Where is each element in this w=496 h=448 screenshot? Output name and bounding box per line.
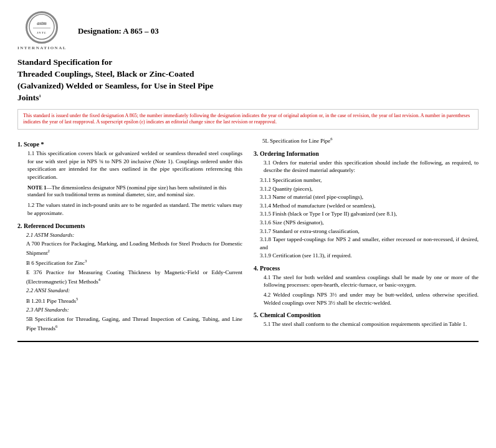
list-item: 3.1.7 Standard or extra-strong classific… [260,227,479,236]
two-column-layout: 1. Scope * 1.1 This specification covers… [17,136,479,333]
ref-B6: B 6 Specification for Zinc3 [26,258,242,267]
ref-B6-sup: 3 [85,259,87,263]
ref-A700-sup: 2 [48,249,50,253]
ref-2-3-label-text: 2.3 API Standards: [26,307,69,313]
ref-E376-text: E 376 Practice for Measuring Coating Thi… [26,269,242,285]
logo-label: INTERNATIONAL [17,45,67,50]
ref-B1201-text: B 1.20.1 Pipe Threads [26,298,76,304]
ordering-items-list: 3.1.1 Specification number,3.1.2 Quantit… [254,176,479,260]
ref-5L-text: 5L Specification for Line Pipe [262,138,330,144]
scope-1-2: 1.2 The values stated in inch-pound unit… [27,201,242,217]
page: astm INTL INTERNATIONAL Designation: A 8… [0,0,496,448]
process-heading: 4. Process [254,265,479,272]
chem-heading: 5. Chemical Composition [254,312,479,318]
list-item: 3.1.1 Specification number, [260,176,479,184]
ordering-heading: 3. Ordering Information [254,150,479,157]
list-item: 3.1.2 Quantity (pieces), [260,185,479,193]
ref-2-3-label: 2.3 API Standards: [17,306,242,314]
astm-logo: astm INTL [26,11,58,44]
process-4-1: 4.1 The steel for both welded and seamle… [264,274,479,289]
svg-text:astm: astm [37,21,47,26]
chem-5-1: 5.1 The steel shall conform to the chemi… [264,320,479,328]
list-item: 3.1.9 Certification (see 11.3), if requi… [260,252,479,260]
title-section: Standard Specification for Threaded Coup… [17,57,479,104]
right-column: 5L Specification for Line Pipe6 3. Order… [254,136,479,333]
ref-E376-sup: 4 [98,277,100,282]
ref-5B: 5B Specification for Threading, Gaging, … [26,315,242,332]
list-item: 3.1.6 Size (NPS designator), [260,219,479,227]
list-item: 3.1.4 Method of manufacture (welded or s… [260,202,479,210]
ref-5B-sup: 6 [55,324,57,328]
scope-1-1: 1.1 This specification covers black or g… [27,150,242,181]
ref-docs-heading: 2. Referenced Documents [17,222,242,229]
svg-point-0 [29,14,54,39]
ordering-3-1-text: 3.1 Orders for material under this speci… [264,160,479,174]
list-item: 3.1.5 Finish (black or Type I or Type II… [260,210,479,218]
process-4-2: 4.2 Welded couplings NPS 3½ and under ma… [264,291,479,307]
chem-5-1-text: 5.1 The steel shall conform to the chemi… [264,321,467,327]
list-item: 3.1.8 Taper tapped-couplings for NPS 2 a… [260,236,479,251]
svg-text:INTL: INTL [37,31,47,34]
ref-2-2-label-text: 2.2 ANSI Standard: [26,287,70,293]
note1-text: —The dimensionless designator NPS (nomin… [27,184,226,198]
list-item: 3.1.3 Name of material (steel pipe-coupl… [260,193,479,201]
ref-B1201-sup: 5 [76,297,78,301]
designation-label: Designation: [78,26,122,36]
scope-1-1-text: 1.1 This specification covers black or g… [27,150,242,180]
process-4-1-text: 4.1 The steel for both welded and seamle… [264,274,479,288]
ordering-3-1: 3.1 Orders for material under this speci… [264,159,479,174]
ref-A700-text: A 700 Practices for Packaging, Marking, … [26,241,242,256]
logo-area: astm INTL INTERNATIONAL [17,11,67,50]
bottom-line [17,341,479,342]
ref-2-2-label: 2.2 ANSI Standard: [17,287,242,295]
main-title: Standard Specification for Threaded Coup… [17,57,479,104]
ref-5L: 5L Specification for Line Pipe6 [262,136,479,145]
scope-heading: 1. Scope * [17,141,242,148]
ref-B6-text: B 6 Specification for Zinc [26,260,85,266]
ref-2-1-label: 2.1 ASTM Standards: [17,231,242,239]
header: astm INTL INTERNATIONAL Designation: A 8… [17,11,479,50]
left-column: 1. Scope * 1.1 This specification covers… [17,136,242,333]
designation-value: A 865 – 03 [123,26,158,36]
ref-A700: A 700 Practices for Packaging, Marking, … [26,240,242,257]
scope-1-2-text: 1.2 The values stated in inch-pound unit… [27,202,242,216]
note-1: NOTE 1—The dimensionless designator NPS … [27,184,242,199]
designation-block: Designation: A 865 – 03 [78,26,159,36]
title-line1: Standard Specification for [17,57,112,67]
title-line2: Threaded Couplings, Steel, Black or Zinc… [17,69,194,79]
title-line3: (Galvanized) Welded or Seamless, for Use… [17,81,214,90]
notice-text: This standard is issued under the fixed … [23,113,470,125]
title-line4: Joints [17,93,39,102]
ref-E376: E 376 Practice for Measuring Coating Thi… [26,269,242,285]
ref-B1201: B 1.20.1 Pipe Threads5 [26,296,242,305]
title-superscript: 1 [39,93,41,97]
logo-text: astm INTL [28,13,55,42]
note1-heading: NOTE 1 [27,184,46,191]
notice-box: This standard is issued under the fixed … [17,109,479,130]
ref-2-1-label-text: 2.1 ASTM Standards: [26,232,74,238]
ref-5B-text: 5B Specification for Threading, Gaging, … [26,316,242,331]
ref-5L-sup: 6 [330,136,332,141]
process-4-2-text: 4.2 Welded couplings NPS 3½ and under ma… [264,292,479,306]
